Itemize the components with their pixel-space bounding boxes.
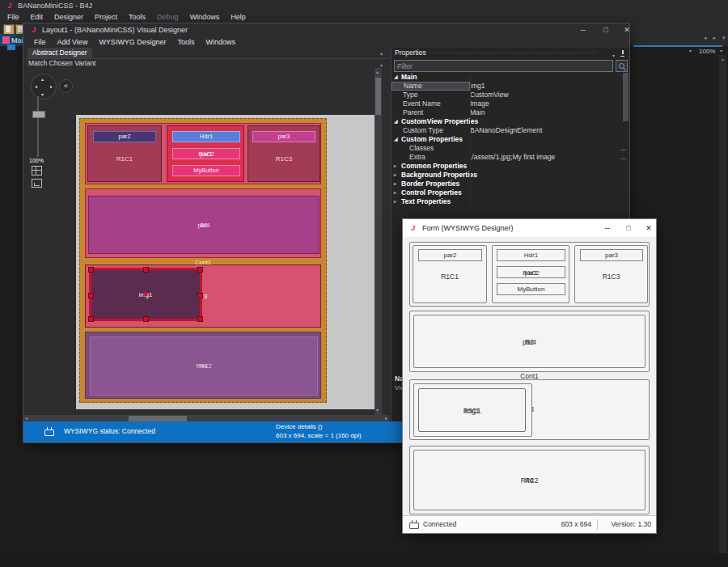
resize-handle[interactable] (143, 316, 149, 322)
prop-value[interactable]: BANanoDesignElement (470, 126, 629, 135)
resize-handle[interactable] (143, 267, 149, 273)
editor-nav-arrows[interactable]: ◂ ▸ ▾ (704, 35, 727, 41)
abstract-view-par4[interactable]: R2par4 (88, 196, 320, 254)
close-button[interactable] (640, 219, 658, 237)
prop-value[interactable]: Image (470, 99, 629, 108)
pin-icon[interactable] (620, 50, 625, 57)
abstract-root-container[interactable]: par2 R1C1 Hdr1 R1C2par1 MyButton par3 R1… (79, 118, 327, 403)
section-customview-properties[interactable]: ◢CustomView Properties (392, 117, 629, 126)
designer-menu-wysiwyg[interactable]: WYSIWYG Designer (93, 37, 171, 48)
abstract-view-mybutton[interactable]: MyButton (172, 165, 240, 176)
zoom-slider-thumb[interactable] (32, 111, 45, 118)
wysiwyg-view-par3[interactable]: par3 (580, 249, 643, 261)
section-common-properties[interactable]: ▹Common Properties (392, 162, 629, 171)
prop-value[interactable]: ./assets/1.jpg;My first image (470, 153, 629, 162)
wysiwyg-view-r4c2[interactable]: R4C2R4 (413, 450, 645, 510)
prop-value[interactable]: img1 (470, 82, 629, 91)
abstract-view-par3[interactable]: par3 (252, 131, 315, 142)
designer-menu-windows[interactable]: Windows (200, 37, 241, 48)
section-control-properties[interactable]: ▹Control Properties (392, 188, 629, 197)
minimize-button[interactable] (574, 23, 592, 37)
maximize-button[interactable] (597, 23, 615, 37)
chevron-down-icon[interactable]: ▾ (376, 407, 379, 414)
ellipsis-button[interactable] (620, 153, 626, 162)
menu-help[interactable]: Help (225, 11, 252, 23)
editor-vertical-scrollbar[interactable]: ▴ (719, 55, 726, 554)
menu-tools[interactable]: Tools (123, 11, 151, 23)
search-button[interactable] (616, 60, 628, 72)
resize-handle[interactable] (197, 293, 203, 298)
designer-menu-add-view[interactable]: Add View (52, 37, 94, 48)
prop-row-type[interactable]: TypeCustomView (392, 91, 629, 99)
wysiwyg-view-hdr1[interactable]: Hdr1 (497, 249, 565, 261)
section-main[interactable]: ◢Main (392, 73, 629, 82)
menu-windows[interactable]: Windows (184, 11, 226, 23)
wysiwyg-view-img1[interactable]: R3C1img1 (418, 388, 526, 432)
chevron-down-icon[interactable]: ▾ (689, 48, 692, 53)
abstract-view-par1[interactable]: R1C2par1 (172, 148, 240, 159)
abstract-cell-r1c1[interactable]: par2 R1C1 (87, 125, 162, 182)
resize-handle[interactable] (197, 316, 203, 322)
abstract-row2[interactable]: R2par4 (85, 188, 321, 258)
pan-left-icon[interactable]: ◂ (35, 83, 37, 89)
wysiwyg-row2[interactable]: R2par4 (409, 311, 650, 372)
designer-menu-file[interactable]: File (28, 37, 52, 48)
wysiwyg-row4[interactable]: R4C2R4 (409, 446, 650, 514)
ellipsis-button[interactable] (620, 144, 626, 153)
wysiwyg-title-bar[interactable]: J Form (WYSIWYG Designer) (403, 219, 656, 237)
prop-row-name[interactable]: Nameimg1 (392, 82, 629, 91)
prop-row-parent[interactable]: ParentMain▾ (392, 108, 629, 117)
prop-value[interactable]: CustomView (470, 91, 629, 99)
designer-menu-tools[interactable]: Tools (171, 37, 200, 48)
resize-handle[interactable] (88, 316, 94, 322)
chevron-up-icon[interactable]: ▴ (719, 56, 726, 61)
menu-project[interactable]: Project (89, 11, 123, 23)
designer-title-bar[interactable]: J Layout1 - (BANanoMiniCSS) Visual Desig… (23, 23, 629, 37)
abstract-view-img1-selected[interactable]: img1 (89, 268, 202, 321)
properties-panel-header[interactable]: Properties ▾ (392, 48, 629, 58)
abstract-view-par2[interactable]: par2 (93, 131, 156, 142)
abstract-view-r4c2[interactable]: R4C2R4 (90, 336, 318, 396)
scrollbar-thumb[interactable] (129, 416, 187, 421)
resize-handle[interactable] (88, 293, 94, 298)
abstract-row1[interactable]: par2 R1C1 Hdr1 R1C2par1 MyButton par3 R1… (85, 123, 321, 184)
pan-up-icon[interactable]: ▴ (41, 76, 44, 82)
prop-row-extra[interactable]: Extra./assets/1.jpg;My first image (392, 153, 629, 162)
prop-row-custom-type[interactable]: Custom TypeBANanoDesignElement (392, 126, 629, 135)
tab-abstract-designer[interactable]: Abstract Designer (28, 48, 92, 58)
section-background-properties[interactable]: ▹Background Properties (392, 171, 629, 180)
menu-edit[interactable]: Edit (25, 11, 49, 23)
abstract-designer-canvas[interactable]: par2 R1C1 Hdr1 R1C2par1 MyButton par3 R1… (23, 68, 389, 415)
wysiwyg-view-par1[interactable]: R1C2par1 (497, 266, 565, 278)
wysiwyg-cell-r1c2[interactable]: Hdr1 R1C2par1 MyButton (492, 245, 569, 303)
prop-value[interactable]: Main (470, 108, 629, 117)
editor-zoom-value[interactable]: 100% (699, 48, 715, 55)
scrollbar-thumb[interactable] (375, 78, 381, 115)
abstract-row3[interactable]: R3 img1 (85, 264, 321, 328)
abstract-view-hdr1[interactable]: Hdr1 (172, 131, 240, 142)
section-custom-properties[interactable]: ◢Custom Properties (392, 135, 629, 144)
abstract-row4[interactable]: R4C2R4 (85, 332, 321, 399)
wysiwyg-row3[interactable]: R3 R3C1img1 (409, 379, 650, 440)
grid-toggle-icon[interactable] (32, 166, 42, 176)
wysiwyg-row1[interactable]: par2 R1C1 Hdr1 R1C2par1 MyButton par3 R1… (409, 242, 650, 307)
canvas-pan-control[interactable]: ▴ ▾ ◂ ▸ (31, 74, 57, 99)
wysiwyg-cell-r1c1[interactable]: par2 R1C1 (413, 245, 487, 303)
chevron-down-icon[interactable]: ▾ (720, 48, 722, 53)
collapse-toolbox-button[interactable]: « (59, 79, 73, 93)
maximize-button[interactable] (620, 219, 637, 237)
pan-right-icon[interactable]: ▸ (50, 83, 53, 89)
wysiwyg-view-par2[interactable]: par2 (418, 249, 482, 261)
wysiwyg-cell-r3c1[interactable]: R3C1img1 (413, 383, 532, 437)
pan-down-icon[interactable]: ▾ (41, 91, 44, 97)
prop-value[interactable] (470, 144, 629, 153)
section-text-properties[interactable]: ▹Text Properties (392, 197, 629, 206)
resize-handle[interactable] (197, 267, 203, 273)
chevron-up-icon[interactable]: ▴ (376, 69, 379, 76)
properties-scrollbar[interactable] (623, 73, 629, 121)
wysiwyg-view-mybutton[interactable]: MyButton (497, 283, 565, 295)
chevron-down-icon[interactable]: ▾ (380, 51, 383, 57)
device-preview-icon[interactable] (32, 179, 42, 188)
properties-filter-input[interactable] (394, 60, 613, 72)
abstract-cell-r1c2[interactable]: Hdr1 R1C2par1 MyButton (167, 125, 244, 182)
